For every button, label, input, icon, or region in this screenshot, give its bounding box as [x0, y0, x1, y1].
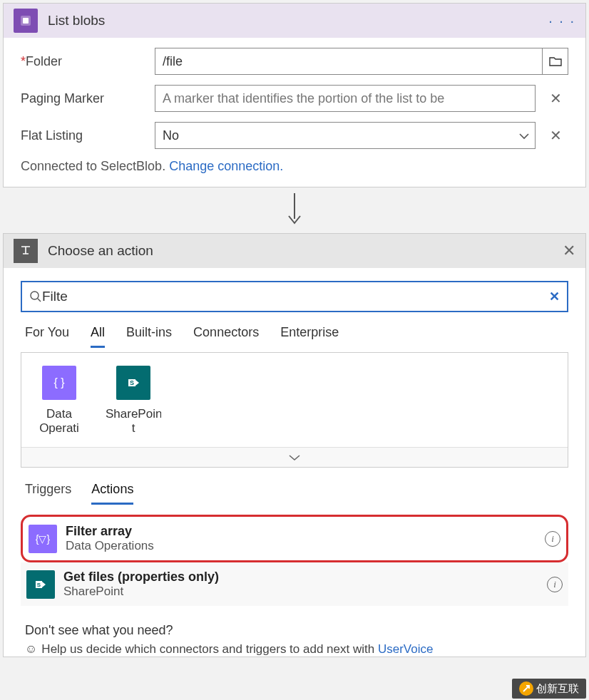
- svg-text:S: S: [37, 582, 41, 588]
- data-operations-icon: { }: [42, 366, 76, 400]
- remove-paging-marker-icon[interactable]: ✕: [543, 90, 568, 107]
- watermark: 创新互联: [512, 679, 586, 699]
- info-icon[interactable]: i: [545, 531, 560, 547]
- tab-actions[interactable]: Actions: [91, 482, 133, 505]
- change-connection-link[interactable]: Change connection.: [169, 159, 283, 173]
- expand-connectors-button[interactable]: [21, 447, 568, 467]
- search-input[interactable]: [42, 289, 549, 304]
- tab-triggers[interactable]: Triggers: [25, 482, 71, 505]
- svg-rect-1: [23, 18, 29, 24]
- uservoice-link[interactable]: UserVoice: [378, 642, 433, 656]
- flow-arrow-icon: [0, 187, 589, 230]
- watermark-logo-icon: [519, 681, 533, 696]
- choose-action-card: Choose an action ✕ ✕ For You All Built-i…: [3, 233, 586, 657]
- sharepoint-icon: S: [26, 570, 55, 599]
- close-icon[interactable]: ✕: [563, 242, 575, 260]
- search-box[interactable]: ✕: [21, 281, 568, 312]
- paging-marker-row: Paging Marker A marker that identifies t…: [21, 85, 568, 112]
- connector-label: Data Operati: [31, 407, 87, 436]
- tab-enterprise[interactable]: Enterprise: [280, 325, 339, 348]
- folder-row: *Folder /file: [21, 48, 568, 75]
- svg-point-3: [31, 292, 39, 299]
- action-get-files[interactable]: S Get files (properties only) SharePoint…: [21, 562, 568, 606]
- list-blobs-header[interactable]: List blobs · · ·: [4, 4, 585, 38]
- remove-flat-listing-icon[interactable]: ✕: [543, 127, 568, 144]
- chevron-down-icon: [287, 453, 302, 462]
- folder-picker-icon[interactable]: [542, 48, 568, 74]
- footer-line: ☺ Help us decide which connectors and tr…: [25, 642, 564, 657]
- list-blobs-body: *Folder /file Paging Marker A marker tha…: [4, 38, 585, 187]
- card-title: List blobs: [48, 13, 548, 29]
- svg-text:S: S: [130, 379, 134, 386]
- footer-question: Don't see what you need?: [25, 623, 564, 638]
- tab-all[interactable]: All: [91, 325, 105, 348]
- actions-list: {▽} Filter array Data Operations i S Get…: [21, 515, 568, 606]
- flat-listing-label: Flat Listing: [21, 128, 155, 143]
- action-text: Get files (properties only) SharePoint: [63, 570, 219, 599]
- folder-input[interactable]: /file: [155, 48, 568, 75]
- action-text: Filter array Data Operations: [66, 524, 154, 553]
- storage-icon: [14, 9, 38, 33]
- trigger-action-tabs: Triggers Actions: [25, 482, 564, 505]
- sharepoint-icon: S: [116, 366, 150, 400]
- category-tabs: For You All Built-ins Connectors Enterpr…: [25, 325, 564, 348]
- footer-help: Don't see what you need? ☺ Help us decid…: [21, 623, 568, 657]
- paging-marker-input[interactable]: A marker that identifies the portion of …: [155, 85, 536, 112]
- smile-icon: ☺: [25, 642, 37, 657]
- action-icon: [14, 239, 38, 263]
- clear-search-icon[interactable]: ✕: [549, 289, 560, 304]
- connector-panel: { } Data Operati S SharePoin t: [21, 352, 568, 468]
- chevron-down-icon: [518, 130, 531, 143]
- connector-data-operations[interactable]: { } Data Operati: [31, 366, 87, 441]
- choose-action-header: Choose an action ✕: [4, 234, 585, 268]
- svg-text:{▽}: {▽}: [36, 533, 51, 545]
- flat-listing-row: Flat Listing No ✕: [21, 122, 568, 149]
- search-icon: [29, 290, 42, 303]
- choose-action-body: ✕ For You All Built-ins Connectors Enter…: [4, 268, 585, 657]
- folder-label: *Folder: [21, 54, 155, 69]
- data-operations-icon: {▽}: [29, 525, 57, 553]
- more-menu-icon[interactable]: · · ·: [548, 13, 575, 29]
- action-filter-array[interactable]: {▽} Filter array Data Operations i: [21, 515, 568, 562]
- tab-built-ins[interactable]: Built-ins: [126, 325, 172, 348]
- tab-for-you[interactable]: For You: [25, 325, 69, 348]
- flat-listing-select[interactable]: No: [155, 122, 536, 149]
- connector-grid: { } Data Operati S SharePoin t: [21, 353, 568, 447]
- choose-action-title: Choose an action: [48, 243, 563, 259]
- list-blobs-card: List blobs · · · *Folder /file Paging Ma…: [3, 3, 586, 187]
- svg-line-4: [38, 299, 41, 302]
- svg-text:{ }: { }: [53, 376, 65, 388]
- tab-connectors[interactable]: Connectors: [193, 325, 259, 348]
- connector-sharepoint[interactable]: S SharePoin t: [106, 366, 161, 441]
- watermark-text: 创新互联: [536, 682, 579, 696]
- paging-marker-label: Paging Marker: [21, 91, 155, 106]
- info-icon[interactable]: i: [547, 577, 563, 592]
- connection-info: Connected to SelectBlob. Change connecti…: [21, 159, 568, 174]
- connector-label: SharePoin t: [106, 407, 161, 436]
